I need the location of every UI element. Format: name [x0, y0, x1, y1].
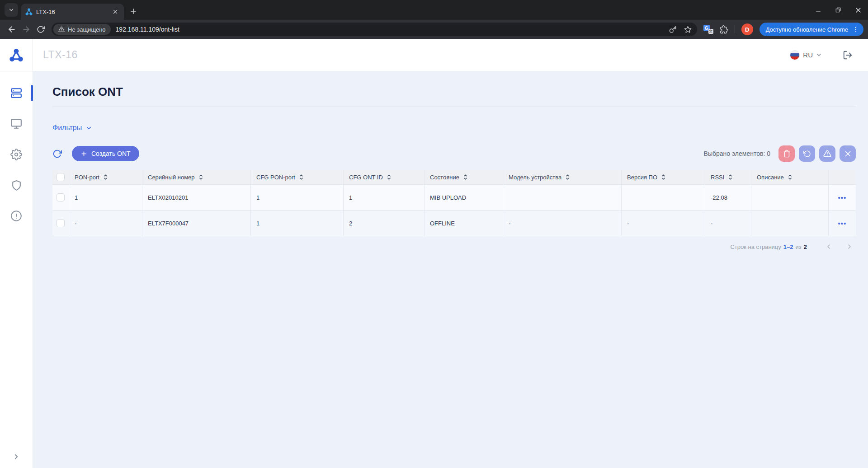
- column-header-cfg-ont-id[interactable]: CFG ONT ID: [344, 170, 425, 184]
- back-button[interactable]: [5, 22, 19, 37]
- security-chip-label: Не защищено: [68, 26, 106, 33]
- address-bar[interactable]: Не защищено 192.168.11.109/ont-list: [52, 23, 697, 36]
- browser-tab[interactable]: LTX-16: [21, 4, 124, 20]
- new-tab-button[interactable]: [129, 7, 137, 15]
- cell-cfg-pon-port: 1: [251, 211, 344, 236]
- cell-serial: ELTX7F000047: [142, 211, 251, 236]
- favicon-eltex-icon: [25, 8, 33, 15]
- cell-state: OFFLINE: [425, 211, 503, 236]
- table-row[interactable]: - ELTX7F000047 1 2 OFFLINE - - - •••: [52, 211, 856, 236]
- sidebar-item-ont-list[interactable]: [0, 78, 33, 108]
- arrow-right-icon: [22, 25, 31, 34]
- cell-cfg-ont-id: 1: [344, 185, 425, 210]
- language-switcher[interactable]: RU: [790, 50, 822, 60]
- close-icon: [844, 150, 852, 158]
- warning-triangle-icon: [823, 150, 831, 158]
- sidebar-item-security[interactable]: [0, 170, 33, 201]
- cell-rssi: -: [705, 211, 751, 236]
- restore-button[interactable]: [835, 7, 841, 13]
- password-key-icon[interactable]: [669, 26, 677, 33]
- logout-button[interactable]: [843, 50, 853, 60]
- chevron-down-icon: [85, 125, 92, 131]
- pagination-next-button[interactable]: [846, 243, 853, 250]
- row-checkbox[interactable]: [57, 219, 65, 227]
- chrome-update-button[interactable]: Доступно обновление Chrome: [760, 23, 863, 36]
- pagination-of: из: [796, 243, 802, 250]
- row-checkbox[interactable]: [57, 193, 65, 201]
- bookmark-star-icon[interactable]: [684, 26, 692, 33]
- table-row[interactable]: 1 ELTX02010201 1 1 MIB UPLOAD -22.08 •••: [52, 185, 856, 211]
- pagination-prev-button[interactable]: [825, 243, 832, 250]
- arrow-left-icon: [7, 25, 16, 34]
- table-actions-row: Создать ONT Выбрано элементов: 0: [52, 145, 856, 162]
- alarm-selected-button[interactable]: [819, 145, 835, 162]
- extensions-area: G 文 D: [703, 23, 753, 35]
- page-title: Список ONT: [52, 85, 856, 107]
- security-chip[interactable]: Не защищено: [53, 24, 111, 35]
- translate-t: 文: [708, 29, 713, 34]
- sort-icon[interactable]: [387, 174, 392, 180]
- filters-toggle[interactable]: Фильтры: [52, 124, 92, 132]
- sort-icon[interactable]: [299, 174, 304, 180]
- sort-icon[interactable]: [661, 174, 666, 180]
- reset-selected-button[interactable]: [799, 145, 815, 162]
- sidebar-item-settings[interactable]: [0, 139, 33, 170]
- pagination-label: Строк на страницу: [730, 243, 781, 250]
- app-root: LTX-16 RU: [0, 39, 868, 468]
- delete-selected-button[interactable]: [778, 145, 795, 162]
- selection-toolbar: Выбрано элементов: 0: [704, 145, 856, 162]
- select-all-checkbox[interactable]: [57, 173, 65, 181]
- chevron-right-icon: [12, 453, 20, 461]
- forward-button[interactable]: [19, 22, 33, 37]
- profile-avatar[interactable]: D: [741, 23, 753, 35]
- sidebar-expand-button[interactable]: [0, 453, 33, 461]
- chevron-left-icon: [825, 243, 832, 250]
- column-header-state[interactable]: Состояние: [425, 170, 503, 184]
- close-icon: [855, 7, 862, 14]
- chevron-right-icon: [846, 243, 853, 250]
- sort-icon[interactable]: [463, 174, 468, 180]
- cancel-selected-button[interactable]: [840, 145, 856, 162]
- create-ont-button[interactable]: Создать ONT: [72, 146, 139, 161]
- eltex-logo-icon: [9, 48, 23, 62]
- server-rack-icon: [10, 87, 22, 99]
- column-header-cfg-pon-port[interactable]: CFG PON-port: [251, 170, 344, 184]
- cell-model: [503, 185, 622, 210]
- window-controls: [815, 0, 862, 20]
- minimize-button[interactable]: [815, 7, 821, 13]
- language-code: RU: [803, 51, 813, 59]
- logo-cell: [0, 39, 33, 71]
- sort-icon[interactable]: [788, 174, 793, 180]
- column-header-firmware[interactable]: Версия ПО: [622, 170, 705, 184]
- kebab-menu-icon: [853, 26, 859, 33]
- refresh-button[interactable]: [52, 149, 62, 159]
- selected-count-label: Выбрано элементов: 0: [704, 150, 770, 157]
- tab-search-button[interactable]: [5, 3, 18, 17]
- column-header-pon-port[interactable]: PON-port: [69, 170, 142, 184]
- tab-close-icon[interactable]: [111, 8, 119, 16]
- sort-icon[interactable]: [198, 174, 203, 180]
- close-window-button[interactable]: [855, 7, 862, 14]
- monitor-icon: [10, 118, 22, 130]
- url-text[interactable]: 192.168.11.109/ont-list: [116, 26, 662, 33]
- cell-firmware: -: [622, 211, 705, 236]
- plus-icon: [129, 7, 137, 15]
- column-header-serial[interactable]: Серийный номер: [142, 170, 251, 184]
- russian-flag-icon: [790, 50, 800, 60]
- sort-icon[interactable]: [728, 174, 733, 180]
- sort-icon[interactable]: [103, 174, 108, 180]
- ont-table: PON-port Серийный номер CFG PON-port CFG…: [52, 170, 856, 236]
- pagination-range: 1–2: [783, 243, 793, 250]
- column-header-model[interactable]: Модель устройства: [503, 170, 622, 184]
- column-header-rssi[interactable]: RSSI: [705, 170, 751, 184]
- extensions-puzzle-icon[interactable]: [720, 25, 728, 34]
- translate-extension-icon[interactable]: G 文: [703, 25, 713, 34]
- row-actions-button[interactable]: •••: [838, 220, 847, 227]
- reload-button[interactable]: [33, 22, 48, 37]
- sort-icon[interactable]: [565, 174, 570, 180]
- column-header-description[interactable]: Описание: [751, 170, 829, 184]
- sidebar-item-monitoring[interactable]: [0, 108, 33, 139]
- row-actions-button[interactable]: •••: [838, 194, 847, 201]
- sidebar-item-alerts[interactable]: [0, 201, 33, 231]
- cell-firmware: [622, 185, 705, 210]
